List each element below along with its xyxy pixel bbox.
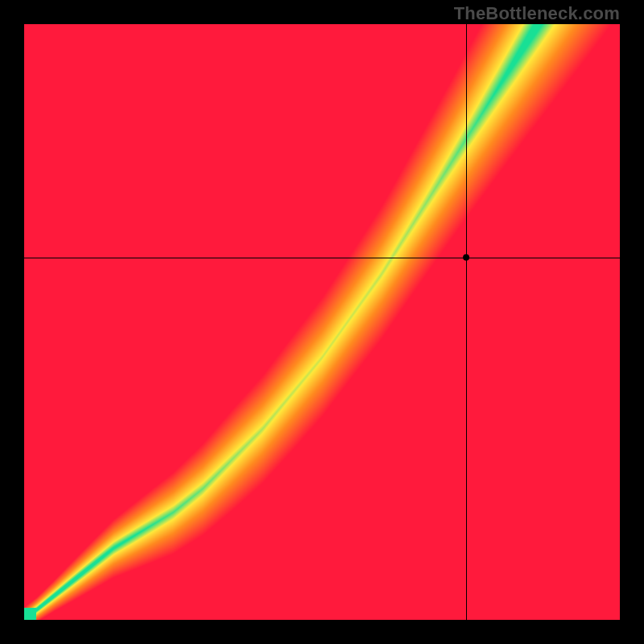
stage: TheBottleneck.com — [0, 0, 644, 644]
watermark-text: TheBottleneck.com — [454, 3, 620, 24]
heatmap-plot — [24, 24, 620, 620]
heatmap-canvas — [24, 24, 620, 620]
